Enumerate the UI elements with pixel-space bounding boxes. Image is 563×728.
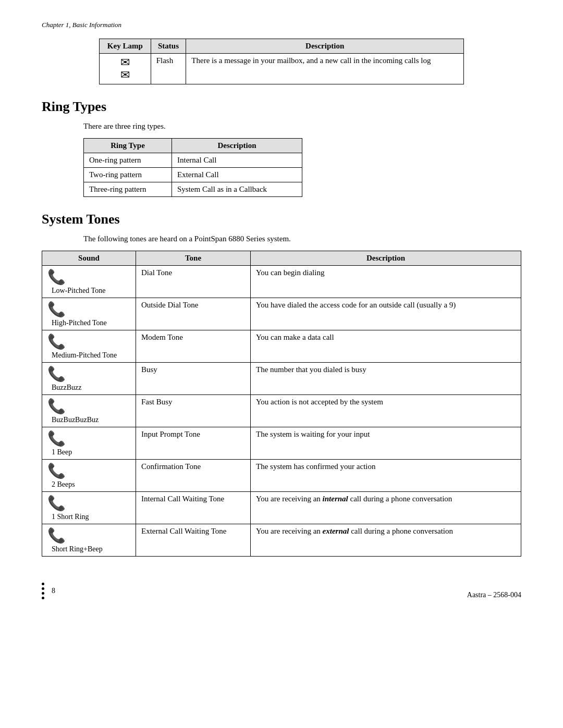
- ring-desc-cell: External Call: [172, 168, 302, 182]
- dot: [42, 583, 44, 585]
- table-row: 📞 Short Ring+Beep External Call Waiting …: [42, 524, 521, 557]
- tone-cell: Busy: [136, 363, 251, 395]
- col-ring-type: Ring Type: [84, 139, 172, 153]
- system-tones-table: Sound Tone Description 📞 Low-Pitched Ton…: [42, 251, 521, 557]
- sound-label: High-Pitched Tone: [47, 319, 107, 327]
- col-tone-description: Description: [251, 251, 521, 266]
- tone-cell: Outside Dial Tone: [136, 298, 251, 330]
- description-cell-internal: You are receiving an internal call durin…: [251, 492, 521, 524]
- lamp-icon: ✉✉: [105, 56, 145, 81]
- key-lamp-table: Key Lamp Status Description ✉✉ Flash The…: [99, 39, 464, 84]
- table-row: One-ring pattern Internal Call: [84, 153, 302, 168]
- footer-dots: [42, 583, 44, 599]
- table-row: 📞 High-Pitched Tone Outside Dial Tone Yo…: [42, 298, 521, 330]
- phone-icon: 📞: [47, 268, 66, 286]
- table-row: Three-ring pattern System Call as in a C…: [84, 182, 302, 197]
- sound-label: Medium-Pitched Tone: [47, 351, 117, 360]
- description-cell: The system is waiting for your input: [251, 427, 521, 460]
- col-ring-description: Description: [172, 139, 302, 153]
- sound-label: 1 Beep: [47, 448, 72, 456]
- phone-icon: 📞: [47, 333, 66, 350]
- table-row: 📞 Medium-Pitched Tone Modem Tone You can…: [42, 330, 521, 363]
- description-cell: The system has confirmed your action: [251, 460, 521, 492]
- col-header-description: Description: [186, 39, 464, 54]
- tone-cell: Modem Tone: [136, 330, 251, 363]
- ring-desc-cell: Internal Call: [172, 153, 302, 168]
- lamp-status: Flash: [151, 54, 186, 84]
- page-number: 8: [52, 587, 55, 595]
- desc-post: call during a phone conversation: [349, 527, 453, 535]
- table-row: 📞 BuzzBuzz Busy The number that you dial…: [42, 363, 521, 395]
- sound-label: Low-Pitched Tone: [47, 287, 105, 295]
- phone-icon: 📞: [47, 398, 66, 415]
- tone-cell: Input Prompt Tone: [136, 427, 251, 460]
- sound-label: Short Ring+Beep: [47, 545, 103, 553]
- ring-type-cell: One-ring pattern: [84, 153, 172, 168]
- phone-icon: 📞: [47, 365, 66, 382]
- tone-cell: Internal Call Waiting Tone: [136, 492, 251, 524]
- sound-cell: 📞 1 Short Ring: [47, 495, 130, 521]
- footer: 8 Aastra – 2568-004: [42, 577, 521, 599]
- lamp-description: There is a message in your mailbox, and …: [186, 54, 464, 84]
- phone-icon: 📞: [47, 527, 66, 544]
- ring-type-cell: Two-ring pattern: [84, 168, 172, 182]
- table-row: 📞 1 Short Ring Internal Call Waiting Ton…: [42, 492, 521, 524]
- tone-cell: Fast Busy: [136, 395, 251, 427]
- phone-icon: 📞: [47, 462, 66, 479]
- ring-type-cell: Three-ring pattern: [84, 182, 172, 197]
- sound-cell: 📞 Medium-Pitched Tone: [47, 333, 130, 360]
- description-cell: You can make a data call: [251, 330, 521, 363]
- description-cell: You can begin dialing: [251, 266, 521, 298]
- dot: [42, 597, 44, 599]
- phone-icon: 📞: [47, 430, 66, 447]
- desc-bold: external: [323, 527, 349, 535]
- description-cell: You action is not accepted by the system: [251, 395, 521, 427]
- desc-bold: internal: [323, 495, 348, 503]
- ring-desc-cell: System Call as in a Callback: [172, 182, 302, 197]
- footer-brand: Aastra – 2568-004: [467, 591, 521, 599]
- chapter-header: Chapter 1, Basic Information: [42, 21, 521, 29]
- col-header-status: Status: [151, 39, 186, 54]
- phone-icon: 📞: [47, 301, 66, 318]
- description-cell: The number that you dialed is busy: [251, 363, 521, 395]
- col-sound: Sound: [42, 251, 136, 266]
- sound-cell: 📞 1 Beep: [47, 430, 130, 456]
- desc-pre: You are receiving an: [256, 495, 323, 503]
- sound-label: 2 Beeps: [47, 480, 75, 489]
- sound-cell: 📞 BuzBuzBuzBuz: [47, 398, 130, 424]
- tone-cell: Confirmation Tone: [136, 460, 251, 492]
- table-row: Two-ring pattern External Call: [84, 168, 302, 182]
- sound-cell: 📞 High-Pitched Tone: [47, 301, 130, 327]
- description-cell-external: You are receiving an external call durin…: [251, 524, 521, 557]
- desc-post: call during a phone conversation: [348, 495, 452, 503]
- tone-cell: Dial Tone: [136, 266, 251, 298]
- sound-cell: 📞 Short Ring+Beep: [47, 527, 130, 553]
- system-tones-intro: The following tones are heard on a Point…: [83, 235, 521, 243]
- tone-cell: External Call Waiting Tone: [136, 524, 251, 557]
- table-row: 📞 BuzBuzBuzBuz Fast Busy You action is n…: [42, 395, 521, 427]
- col-header-lamp: Key Lamp: [100, 39, 151, 54]
- sound-cell: 📞 BuzzBuzz: [47, 365, 130, 392]
- dot: [42, 587, 44, 590]
- dot: [42, 592, 44, 595]
- system-tones-title: System Tones: [42, 212, 521, 227]
- ring-types-table: Ring Type Description One-ring pattern I…: [83, 138, 302, 197]
- ring-types-intro: There are three ring types.: [83, 122, 521, 131]
- table-row: 📞 Low-Pitched Tone Dial Tone You can beg…: [42, 266, 521, 298]
- sound-cell: 📞 Low-Pitched Tone: [47, 268, 130, 295]
- phone-icon: 📞: [47, 495, 66, 512]
- table-row: 📞 1 Beep Input Prompt Tone The system is…: [42, 427, 521, 460]
- col-tone: Tone: [136, 251, 251, 266]
- footer-page: 8: [42, 583, 55, 599]
- sound-label: BuzzBuzz: [47, 384, 82, 392]
- sound-cell: 📞 2 Beeps: [47, 462, 130, 489]
- sound-label: 1 Short Ring: [47, 513, 89, 521]
- ring-types-title: Ring Types: [42, 99, 521, 115]
- table-row: ✉✉ Flash There is a message in your mail…: [100, 54, 464, 84]
- table-row: 📞 2 Beeps Confirmation Tone The system h…: [42, 460, 521, 492]
- sound-label: BuzBuzBuzBuz: [47, 416, 99, 424]
- desc-pre: You are receiving an: [256, 527, 323, 535]
- description-cell: You have dialed the access code for an o…: [251, 298, 521, 330]
